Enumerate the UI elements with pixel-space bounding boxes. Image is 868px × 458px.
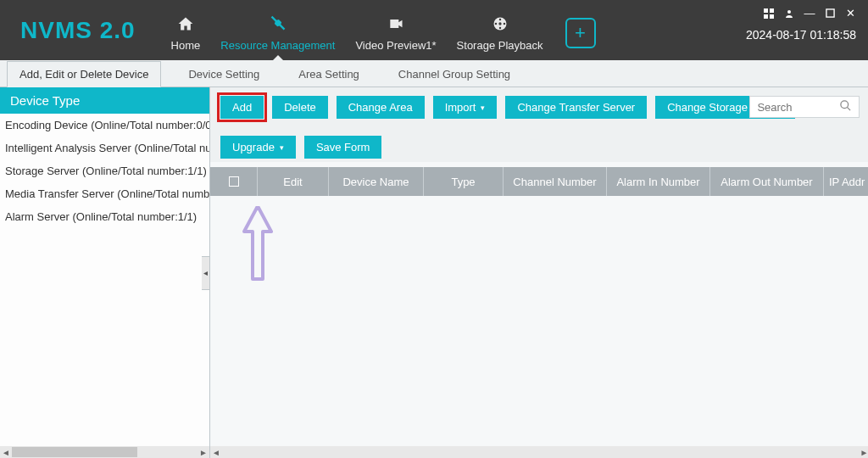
- th-checkbox[interactable]: [210, 167, 258, 196]
- top-nav: Home Resource Management Video Preview1*…: [161, 0, 596, 60]
- import-label: Import: [445, 101, 476, 114]
- scroll-right-icon[interactable]: ►: [858, 448, 868, 457]
- th-device-name[interactable]: Device Name: [329, 167, 424, 196]
- sidebar: Device Type Encoding Device (Online/Tota…: [0, 87, 210, 458]
- toolbar: Add Delete Change Area Import▾ Change Tr…: [210, 87, 868, 162]
- home-icon: [176, 12, 195, 36]
- plus-icon: +: [575, 22, 586, 44]
- nav-label: Resource Management: [220, 39, 335, 52]
- sidebar-collapse-handle[interactable]: ◂: [202, 256, 210, 290]
- app-header: NVMS 2.0 Home Resource Management Video …: [0, 0, 868, 60]
- svg-rect-11: [826, 9, 833, 17]
- search-box[interactable]: [749, 96, 860, 118]
- svg-point-10: [787, 10, 791, 14]
- maximize-icon[interactable]: [824, 8, 836, 18]
- svg-rect-8: [764, 14, 768, 19]
- delete-button[interactable]: Delete: [272, 96, 328, 119]
- tab-device-setting[interactable]: Device Setting: [176, 62, 271, 87]
- sidebar-item-encoding[interactable]: Encoding Device (Online/Total number:0/0…: [0, 114, 209, 137]
- header-right: — ✕ 2024-08-17 01:18:58: [746, 7, 856, 42]
- sidebar-item-media-transfer[interactable]: Media Transfer Server (Online/Total numb…: [0, 182, 209, 205]
- change-area-button[interactable]: Change Area: [337, 96, 425, 119]
- sidebar-item-intelligent[interactable]: Intelligent Analysis Server (Online/Tota…: [0, 137, 209, 159]
- window-controls: — ✕: [763, 7, 856, 20]
- tab-area-setting[interactable]: Area Setting: [287, 62, 371, 87]
- main-hscroll[interactable]: ◄ ►: [210, 446, 868, 458]
- th-ip-addr[interactable]: IP Addr: [824, 167, 868, 196]
- main-panel: Add Delete Change Area Import▾ Change Tr…: [210, 87, 868, 458]
- upgrade-button[interactable]: Upgrade▾: [220, 136, 296, 159]
- tab-add-edit-delete[interactable]: Add, Edit or Delete Device: [7, 61, 161, 87]
- svg-point-1: [498, 22, 501, 25]
- nav-label: Home: [171, 39, 201, 52]
- scroll-right-icon[interactable]: ►: [198, 448, 209, 457]
- tools-icon: [269, 12, 287, 36]
- tab-channel-group-setting[interactable]: Channel Group Setting: [387, 62, 522, 87]
- svg-point-12: [841, 101, 849, 109]
- sidebar-items: Encoding Device (Online/Total number:0/0…: [0, 114, 209, 446]
- scroll-left-icon[interactable]: ◄: [210, 448, 222, 457]
- sidebar-hscroll[interactable]: ◄ ►: [0, 446, 209, 458]
- change-transfer-button[interactable]: Change Transfer Server: [505, 96, 647, 119]
- table-body: [210, 196, 868, 446]
- upgrade-label: Upgrade: [232, 141, 275, 154]
- nav-label: Storage Playback: [457, 39, 543, 52]
- chevron-down-icon: ▾: [280, 143, 284, 152]
- add-button[interactable]: Add: [220, 96, 264, 119]
- th-alarm-in[interactable]: Alarm In Number: [607, 167, 710, 196]
- th-channel-number[interactable]: Channel Number: [504, 167, 607, 196]
- close-icon[interactable]: ✕: [844, 7, 856, 20]
- th-edit[interactable]: Edit: [258, 167, 329, 196]
- svg-line-13: [848, 107, 851, 110]
- chevron-left-icon: ◂: [203, 268, 208, 277]
- body: Device Type Encoding Device (Online/Tota…: [0, 87, 868, 458]
- search-icon[interactable]: [839, 99, 852, 114]
- checkbox-icon[interactable]: [229, 176, 239, 187]
- app-logo: NVMS 2.0: [0, 17, 161, 44]
- sub-tabs: Add, Edit or Delete Device Device Settin…: [0, 60, 868, 87]
- reel-icon: [491, 12, 509, 36]
- th-alarm-out[interactable]: Alarm Out Number: [710, 167, 824, 196]
- sidebar-item-storage[interactable]: Storage Server (Online/Total number:1/1): [0, 159, 209, 182]
- svg-point-4: [494, 23, 497, 25]
- svg-point-5: [503, 23, 505, 25]
- chevron-down-icon: ▾: [481, 103, 485, 112]
- scroll-thumb[interactable]: [12, 447, 137, 457]
- nav-video-preview[interactable]: Video Preview1*: [345, 0, 446, 60]
- svg-rect-6: [764, 8, 768, 13]
- add-tab-button[interactable]: +: [565, 18, 596, 48]
- scroll-left-icon[interactable]: ◄: [0, 448, 12, 457]
- import-button[interactable]: Import▾: [433, 96, 498, 119]
- nav-label: Video Preview1*: [355, 39, 436, 52]
- nav-storage-playback[interactable]: Storage Playback: [447, 0, 554, 60]
- minimize-icon[interactable]: —: [804, 7, 815, 20]
- user-icon[interactable]: [783, 8, 795, 19]
- svg-point-2: [498, 19, 501, 21]
- save-form-button[interactable]: Save Form: [304, 136, 382, 159]
- header-datetime: 2024-08-17 01:18:58: [746, 28, 856, 42]
- grid-icon[interactable]: [763, 8, 775, 19]
- camera-icon: [387, 12, 405, 36]
- table-header: Edit Device Name Type Channel Number Ala…: [210, 167, 868, 196]
- search-input[interactable]: [757, 101, 839, 114]
- th-type[interactable]: Type: [424, 167, 504, 196]
- nav-home[interactable]: Home: [161, 0, 211, 60]
- svg-point-3: [498, 27, 501, 30]
- nav-resource-management[interactable]: Resource Management: [210, 0, 345, 60]
- sidebar-item-alarm[interactable]: Alarm Server (Online/Total number:1/1): [0, 205, 209, 228]
- svg-rect-7: [770, 8, 774, 13]
- annotation-arrow-icon: [241, 206, 275, 282]
- svg-rect-9: [770, 14, 774, 19]
- sidebar-title: Device Type: [0, 87, 209, 114]
